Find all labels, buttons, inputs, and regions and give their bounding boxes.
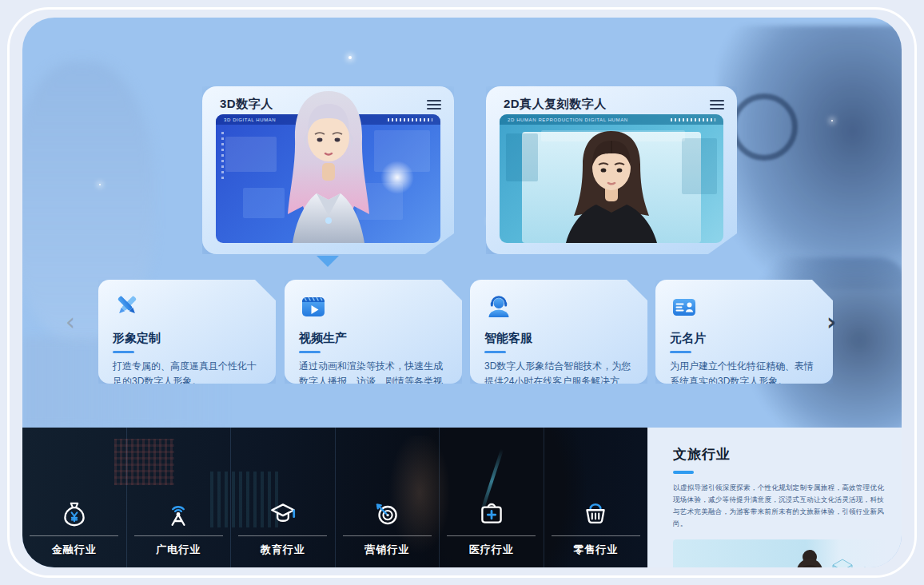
industry-divider-line <box>552 535 640 536</box>
industry-label: 医疗行业 <box>469 543 514 557</box>
feature-card-meta-business-card[interactable]: 元名片 为用户建立个性化特征精确、表情系统真实的3D数字人形象。 <box>655 280 833 384</box>
industry-label: 广电行业 <box>156 543 201 557</box>
device-card-title: 3D数字人 <box>220 97 273 112</box>
industry-item-retail[interactable]: 零售行业 <box>544 428 648 567</box>
tourism-image <box>673 539 887 568</box>
industry-divider-line <box>134 535 223 536</box>
feature-underline <box>670 351 691 353</box>
screen-decor <box>682 138 717 194</box>
main-content: 3D数字人 3D DIGITAL HUMAN <box>22 18 902 567</box>
feature-card-video-production[interactable]: 视频生产 通过动画和渲染等技术，快速生成数字人播报、访谈、剧情等各类视频作品。 <box>285 280 462 384</box>
industry-item-marketing[interactable]: 营销行业 <box>335 428 440 567</box>
landing-page: 3D数字人 3D DIGITAL HUMAN <box>0 0 924 585</box>
cyborg-background-right <box>718 26 902 289</box>
feature-title: 形象定制 <box>113 331 261 346</box>
id-card-icon <box>670 292 699 321</box>
carousel-prev-button[interactable]: ‹ <box>66 310 75 334</box>
screen-bar-dots <box>671 118 715 121</box>
hamburger-menu-icon[interactable] <box>710 100 724 109</box>
feature-title: 智能客服 <box>484 331 633 346</box>
industry-item-finance[interactable]: 金融行业 <box>22 428 126 567</box>
feature-card-image-customization[interactable]: 形象定制 打造专属的、高度逼真且个性化十足的3D数字人形象。 <box>98 280 276 384</box>
money-bag-icon <box>59 499 90 529</box>
device-card-title: 2D真人复刻数字人 <box>504 97 607 112</box>
shopping-basket-icon <box>580 499 611 529</box>
device-card-3d-digital-human[interactable]: 3D数字人 3D DIGITAL HUMAN <box>202 86 454 254</box>
carousel-next-button[interactable]: › <box>826 310 836 334</box>
industry-label: 零售行业 <box>573 543 618 557</box>
industry-item-broadcast[interactable]: 广电行业 <box>126 428 231 567</box>
industries-strip: 金融行业 广电行业 <box>22 428 647 567</box>
tourism-underline <box>673 471 694 474</box>
avatar-2d-woman <box>544 126 679 243</box>
industry-item-medical[interactable]: 医疗行业 <box>439 428 544 567</box>
target-dart-icon <box>372 499 402 529</box>
industry-divider-line <box>238 535 327 536</box>
screen-decor <box>506 133 538 181</box>
industry-item-education[interactable]: 教育行业 <box>230 428 335 567</box>
feature-title: 元名片 <box>670 331 818 346</box>
feature-underline <box>113 351 134 353</box>
medical-bag-icon <box>476 499 507 529</box>
feature-description: 通过动画和渲染等技术，快速生成数字人播报、访谈、剧情等各类视频作品。 <box>299 359 448 404</box>
feature-description: 3D数字人形象结合智能技术，为您提供24小时在线客户服务解决方案。 <box>484 359 633 404</box>
cyborg-lens-decor <box>731 94 798 161</box>
broadcast-tower-icon <box>163 499 193 529</box>
headset-person-icon <box>484 292 513 321</box>
device-screen-2d: 2D HUMAN REPRODUCTION DIGITAL HUMAN <box>500 114 723 243</box>
industry-divider-line <box>447 535 536 536</box>
video-clip-icon <box>299 292 328 321</box>
device-card-2d-replica-human[interactable]: 2D真人复刻数字人 2D HUMAN REPRODUCTION DIGITAL … <box>486 86 737 254</box>
tourism-title: 文旅行业 <box>673 445 889 464</box>
feature-title: 视频生产 <box>299 331 448 346</box>
industry-divider-line <box>30 535 118 536</box>
industry-divider-line <box>343 535 432 536</box>
device-card-header: 2D真人复刻数字人 <box>504 97 724 112</box>
sparkle-dot <box>99 184 101 185</box>
feature-card-smart-customer-service[interactable]: 智能客服 3D数字人形象结合智能技术，为您提供24小时在线客户服务解决方案。 <box>470 280 647 384</box>
screen-title-label: 2D HUMAN REPRODUCTION DIGITAL HUMAN <box>508 117 628 122</box>
screen-dot-column <box>221 132 224 181</box>
screen-title-bar: 2D HUMAN REPRODUCTION DIGITAL HUMAN <box>500 114 723 125</box>
active-card-indicator-triangle <box>317 256 339 267</box>
tourism-description: 以虚拟导游引领深度探索，个性化规划定制专属旅程，高效管理优化现场体验，减少等待提… <box>673 482 886 530</box>
industry-label: 金融行业 <box>52 543 97 557</box>
sparkle-dot <box>348 56 352 59</box>
screen-bar-dots <box>388 118 432 121</box>
industry-label: 营销行业 <box>364 543 409 557</box>
avatar-3d-woman <box>269 86 388 243</box>
graduation-cap-icon <box>268 499 298 529</box>
sparkle-dot <box>831 120 833 121</box>
hamburger-menu-icon[interactable] <box>427 100 441 109</box>
pencil-cross-icon <box>113 292 141 321</box>
isometric-cubes-decor <box>817 551 886 568</box>
industry-label: 教育行业 <box>261 543 305 557</box>
bottom-section: 金融行业 广电行业 <box>22 428 902 567</box>
hero-section: 3D数字人 3D DIGITAL HUMAN <box>22 18 902 428</box>
feature-underline <box>299 351 321 353</box>
feature-underline <box>484 351 506 353</box>
tourism-panel: 文旅行业 以虚拟导游引领深度探索，个性化规划定制专属旅程，高效管理优化现场体验，… <box>647 428 902 567</box>
